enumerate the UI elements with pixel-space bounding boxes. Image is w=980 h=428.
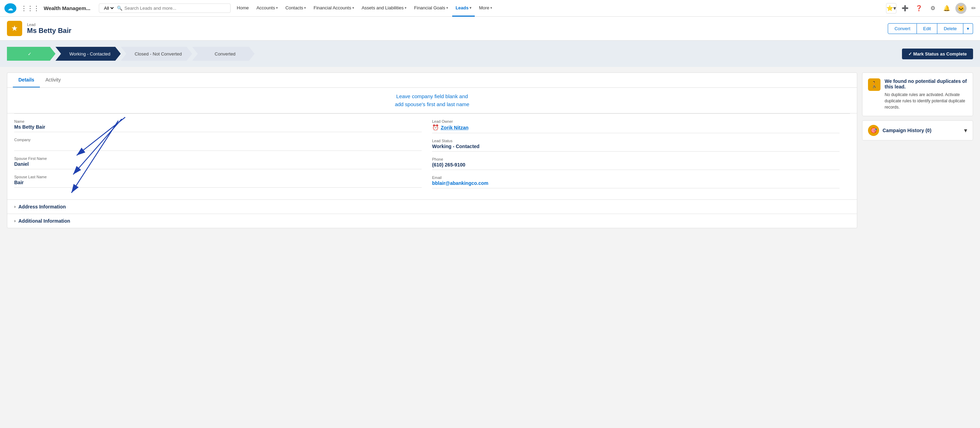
campaign-card[interactable]: 🎯 Campaign History (0) ▾ (862, 120, 973, 140)
edit-nav-icon[interactable]: ✏ (971, 5, 976, 11)
stage-checkmark-icon: ✓ (28, 51, 32, 57)
edit-button[interactable]: Edit (917, 23, 937, 34)
app-name: Wealth Managem... (44, 5, 91, 11)
delete-button[interactable]: Delete (937, 23, 963, 34)
duplicate-text: We found no potential duplicates of this… (885, 78, 967, 110)
notifications-icon[interactable]: 🔔 (942, 3, 952, 14)
search-bar: All 🔍 (99, 3, 231, 13)
app-launcher-icon[interactable]: ⋮⋮⋮ (21, 5, 40, 12)
field-email: Email bblair@abankingco.com ✏ (432, 175, 840, 188)
nav-assets-liabilities[interactable]: Assets and Liabilities ▾ (358, 0, 410, 17)
top-nav-icons: ⭐▾ ➕ ❓ ⚙ 🔔 🐱 (886, 3, 966, 14)
record-header-left: ★ Lead Ms Betty Bair (7, 21, 72, 36)
instructions-banner: Leave company field blank and add spouse… (7, 88, 857, 113)
address-chevron-icon: › (14, 204, 16, 209)
record-name: Ms Betty Bair (27, 27, 72, 35)
stage-item-open[interactable]: ✓ (7, 47, 56, 61)
campaign-title: Campaign History (0) (883, 127, 931, 133)
nav-more[interactable]: More ▾ (476, 0, 496, 17)
additional-information-section[interactable]: › Additional Information (7, 214, 857, 228)
search-input[interactable] (124, 6, 227, 11)
email-link[interactable]: bblair@abankingco.com (432, 180, 488, 186)
campaign-left: 🎯 Campaign History (0) (868, 125, 931, 136)
stage-bar: ✓ Working - Contacted Closed - Not Conve… (7, 47, 973, 61)
campaign-expand-icon[interactable]: ▾ (964, 127, 967, 134)
tab-activity[interactable]: Activity (40, 73, 66, 88)
additional-section-label: Additional Information (18, 218, 70, 224)
main-content: Details Activity Leave company field bla… (0, 67, 980, 234)
help-icon[interactable]: ❓ (914, 3, 924, 14)
additional-chevron-icon: › (14, 218, 16, 223)
top-navigation: ☁ ⋮⋮⋮ Wealth Managem... All 🔍 Home Accou… (0, 0, 980, 17)
stage-item-working[interactable]: Working - Contacted (56, 47, 121, 61)
search-scope-select[interactable]: All (103, 5, 115, 11)
field-lead-owner: Lead Owner ⏰ Zorik Nitzan ✏ (432, 119, 840, 133)
field-lead-status: Lead Status Working - Contacted ✏ (432, 139, 840, 151)
address-section-label: Address Information (18, 204, 66, 210)
instructions-text: Leave company field blank and add spouse… (14, 92, 850, 108)
record-actions: Convert Edit Delete ▾ (888, 23, 973, 34)
field-company: Company ✏ (14, 138, 422, 151)
duplicate-icon: 🚶 (868, 78, 880, 91)
settings-icon[interactable]: ⚙ (928, 3, 938, 14)
main-nav: Home Accounts ▾ Contacts ▾ Financial Acc… (233, 0, 880, 17)
nav-accounts[interactable]: Accounts ▾ (253, 0, 281, 17)
record-type-icon: ★ (7, 21, 22, 36)
mark-status-complete-button[interactable]: ✓ Mark Status as Complete (902, 49, 973, 59)
field-spouse-last-name: Spouse Last Name Bair ✏ (14, 175, 422, 188)
left-panel: Details Activity Leave company field bla… (7, 73, 857, 228)
lead-owner-link[interactable]: Zorik Nitzan (441, 125, 468, 130)
duplicate-body: No duplicate rules are activated. Activa… (885, 92, 967, 110)
add-icon[interactable]: ➕ (900, 3, 910, 14)
svg-text:☁: ☁ (8, 5, 13, 11)
duplicate-title: We found no potential duplicates of this… (885, 78, 967, 89)
field-name: Name Ms Betty Bair ✏ (14, 119, 422, 132)
record-header: ★ Lead Ms Betty Bair Convert Edit Delete… (0, 17, 980, 41)
field-spouse-first-name: Spouse First Name Daniel ✏ (14, 156, 422, 169)
fields-left-column: Name Ms Betty Bair ✏ Company ✏ (14, 119, 432, 194)
actions-dropdown-button[interactable]: ▾ (963, 23, 973, 34)
user-avatar[interactable]: 🐱 (955, 3, 966, 14)
fields-right-column: Lead Owner ⏰ Zorik Nitzan ✏ Lead Status (432, 119, 850, 194)
campaign-icon: 🎯 (868, 125, 879, 136)
search-icon: 🔍 (117, 6, 123, 11)
right-panel: 🚶 We found no potential duplicates of th… (862, 73, 973, 228)
stage-item-closed[interactable]: Closed - Not Converted (121, 47, 192, 61)
record-type-label: Lead (27, 22, 72, 27)
address-information-section[interactable]: › Address Information (7, 199, 857, 214)
nav-contacts[interactable]: Contacts ▾ (282, 0, 309, 17)
record-title-block: Lead Ms Betty Bair (27, 22, 72, 35)
stage-item-converted[interactable]: Converted (192, 47, 255, 61)
salesforce-logo[interactable]: ☁ (4, 2, 17, 14)
nav-home[interactable]: Home (233, 0, 253, 17)
favorites-icon[interactable]: ⭐▾ (886, 3, 896, 14)
lead-owner-avatar: ⏰ (432, 124, 439, 131)
fields-area-wrapper: Name Ms Betty Bair ✏ Company ✏ (7, 114, 857, 199)
stage-bar-container: ✓ Working - Contacted Closed - Not Conve… (0, 41, 980, 67)
fields-area: Name Ms Betty Bair ✏ Company ✏ (7, 114, 857, 199)
tab-details[interactable]: Details (13, 73, 40, 88)
convert-button[interactable]: Convert (888, 23, 917, 34)
field-phone: Phone (610) 265-9100 ✏ (432, 157, 840, 170)
nav-leads[interactable]: Leads ▾ (452, 0, 475, 17)
detail-tabs: Details Activity (7, 73, 857, 88)
nav-financial-goals[interactable]: Financial Goals ▾ (410, 0, 452, 17)
nav-financial-accounts[interactable]: Financial Accounts ▾ (310, 0, 357, 17)
duplicate-card: 🚶 We found no potential duplicates of th… (862, 73, 973, 116)
